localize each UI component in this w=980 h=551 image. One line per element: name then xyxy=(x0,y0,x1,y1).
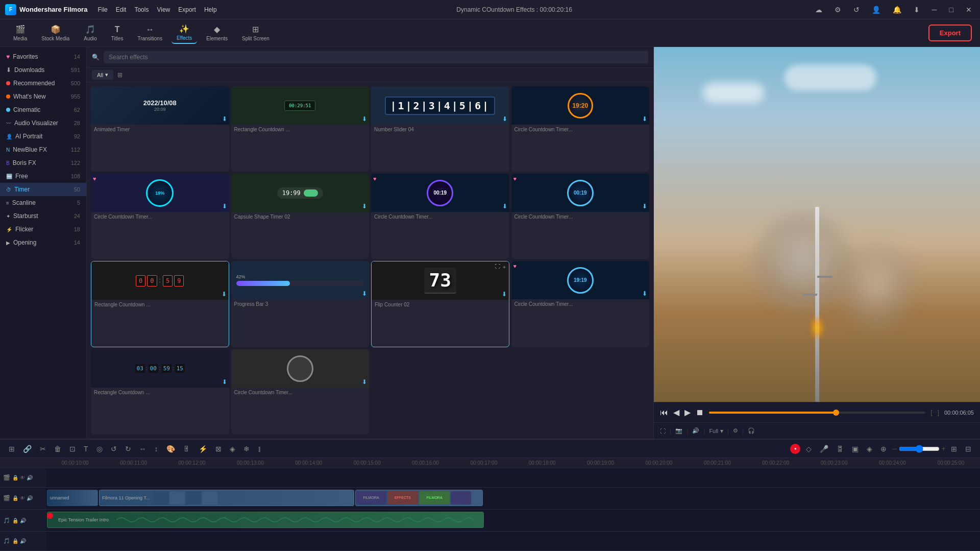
preview-audio-icon[interactable]: 🎧 xyxy=(748,427,755,434)
effect-card-circle-timer2[interactable]: ♥ 19% ⬇ Circle Countdown Timer... xyxy=(91,174,229,259)
tl-fit-button[interactable]: ⊞ xyxy=(948,443,960,454)
effect-card-circle-timer5[interactable]: ♥ 19:19 ⬇ Circle Countdown Timer... xyxy=(511,261,650,347)
menu-file[interactable]: File xyxy=(97,6,107,13)
menu-tools[interactable]: Tools xyxy=(134,6,149,13)
sidebar-item-opening[interactable]: ▶ Opening 14 xyxy=(0,236,86,249)
sidebar-item-whats-new[interactable]: What's New 955 xyxy=(0,90,86,103)
maximize-btn[interactable]: □ xyxy=(946,5,957,15)
tl-motion2-button[interactable]: ▣ xyxy=(849,443,861,454)
tl-render-button[interactable]: ◈ xyxy=(864,443,875,454)
effect-card-flip-counter[interactable]: 73 ⛶ ＋ ⬇ Flip Counter 02 xyxy=(371,261,509,347)
tl-freeze-button[interactable]: ❄ xyxy=(241,443,252,454)
preview-settings-icon[interactable]: ⚙ xyxy=(733,427,738,434)
account-icon[interactable]: 👤 xyxy=(869,5,884,15)
track-a2-lock[interactable]: 🔒 xyxy=(12,538,18,544)
menu-edit[interactable]: Edit xyxy=(116,6,127,13)
export-button[interactable]: Export xyxy=(928,25,972,41)
effect-card-rect-countdown3[interactable]: 03 : 00 : 59 : 15 ⬇ Rectangle Countdown … xyxy=(91,349,229,435)
preview-speaker-icon[interactable]: 🔊 xyxy=(692,427,699,434)
tl-crop-button[interactable]: ⊡ xyxy=(67,443,78,454)
sidebar-item-recommended[interactable]: Recommended 500 xyxy=(0,77,86,90)
tl-keyframe-button[interactable]: ◇ xyxy=(803,443,814,454)
track-v2-lock[interactable]: 🔒 xyxy=(12,475,18,481)
effect-card-rect-countdown1[interactable]: 00:29:51 ⬇ Rectangle Countdown ... xyxy=(231,86,370,172)
toolbar-audio[interactable]: 🎵 Audio xyxy=(79,22,102,43)
refresh-icon[interactable]: ↺ xyxy=(850,5,863,15)
stop-button[interactable]: ⏹ xyxy=(696,408,704,417)
tl-snap-button[interactable]: ⊕ xyxy=(878,443,889,454)
tl-color-button[interactable]: 🎨 xyxy=(164,443,178,454)
menu-help[interactable]: Help xyxy=(204,6,217,13)
sidebar-item-timer[interactable]: ⏱ Timer 50 xyxy=(0,183,86,196)
track-v1-solo[interactable]: 🔊 xyxy=(27,495,33,501)
tl-flip-v-button[interactable]: ↕ xyxy=(152,443,161,454)
tl-delete-button[interactable]: 🗑 xyxy=(52,443,64,454)
zoom-slider[interactable] xyxy=(899,445,940,453)
close-btn[interactable]: ✕ xyxy=(963,5,975,15)
search-input[interactable] xyxy=(104,51,648,63)
track-clip-unnamed[interactable]: unnamed xyxy=(47,490,98,506)
toolbar-titles[interactable]: T Titles xyxy=(106,23,129,43)
effect-card-capsule-timer[interactable]: 19:99 ⬇ Capsule Shape Timer 02 xyxy=(231,174,370,259)
menu-view[interactable]: View xyxy=(157,6,170,13)
filter-all-button[interactable]: All ▾ xyxy=(92,70,113,80)
sidebar-item-starburst[interactable]: ✦ Starburst 24 xyxy=(0,209,86,223)
effect-card-rect-countdown2[interactable]: 0 0 : 5 9 ⬇ Rectangle Countdown ... xyxy=(91,261,229,347)
menu-export[interactable]: Export xyxy=(178,6,196,13)
sidebar-item-scanline[interactable]: ≡ Scanline 5 xyxy=(0,196,86,209)
sidebar-item-ai-portrait[interactable]: 👤 AI Portrait 92 xyxy=(0,130,86,143)
effect-card-progress-bar[interactable]: 42% ⬇ Progress Bar 3 xyxy=(231,261,370,347)
effect-card-animated-timer[interactable]: 2022/10/08 20:09 ⬇ Animated Timer xyxy=(91,86,229,172)
effect-card-circle-timer4[interactable]: ♥ 00:19 ⬇ Circle Countdown Timer... xyxy=(511,174,650,259)
toolbar-elements[interactable]: ◆ Elements xyxy=(201,22,233,43)
sidebar-item-downloads[interactable]: ⬇ Downloads 591 xyxy=(0,63,86,77)
track-v1-mute[interactable]: 👁 xyxy=(20,495,25,501)
sidebar-item-audio-visualizer[interactable]: 〰 Audio Visualizer 28 xyxy=(0,116,86,130)
tl-rotate-right-button[interactable]: ↻ xyxy=(122,443,134,454)
toolbar-split-screen[interactable]: ⊞ Split Screen xyxy=(237,22,275,43)
effect-card-number-slider[interactable]: |1|2|3|4|5|6| ⬇ Number Slider 04 xyxy=(371,86,509,172)
preview-progress-bar[interactable] xyxy=(709,412,925,414)
sidebar-item-favorites[interactable]: ♥ Favorites 14 xyxy=(0,50,86,63)
sidebar-item-free[interactable]: 🆓 Free 108 xyxy=(0,170,86,183)
tl-split-button[interactable]: ⫿ xyxy=(255,443,264,454)
track-clip-audio-epic[interactable]: Epic Tension Trailer Intro xyxy=(47,512,484,528)
sidebar-item-cinematic[interactable]: Cinematic 62 xyxy=(0,103,86,116)
toolbar-stock-media[interactable]: 📦 Stock Media xyxy=(36,22,75,43)
tl-mic-button[interactable]: 🎤 xyxy=(817,443,831,454)
effect-card-circle-timer3[interactable]: ♥ 00:19 ⬇ Circle Countdown Timer... xyxy=(371,174,509,259)
sidebar-item-boris-fx[interactable]: B Boris FX 122 xyxy=(0,156,86,170)
tl-record-button[interactable]: ● xyxy=(790,444,800,454)
settings-icon[interactable]: ⚙ xyxy=(831,5,844,15)
grid-view-icon[interactable]: ⊞ xyxy=(117,71,122,79)
cloud-icon[interactable]: ☁ xyxy=(812,5,825,15)
play-button[interactable]: ▶ xyxy=(684,408,691,417)
download-icon[interactable]: ⬇ xyxy=(911,5,923,15)
tl-audio-mix-button[interactable]: 🎛 xyxy=(834,443,846,454)
sidebar-item-newblue-fx[interactable]: N NewBlue FX 112 xyxy=(0,143,86,156)
sidebar-item-flicker[interactable]: ⚡ Flicker 18 xyxy=(0,223,86,236)
track-a2-mute[interactable]: 🔊 xyxy=(20,538,26,544)
track-v2-mute[interactable]: 👁 xyxy=(20,475,25,481)
track-clip-filmora11[interactable]: Filmora 11 Opening T... xyxy=(99,490,354,506)
track-a1-lock[interactable]: 🔒 xyxy=(12,518,18,523)
tl-add-track-button[interactable]: ⊞ xyxy=(6,443,17,454)
tl-audio-eq-button[interactable]: 🎚 xyxy=(181,443,193,454)
toolbar-media[interactable]: 🎬 Media xyxy=(8,22,32,43)
preview-fullscreen-icon[interactable]: ⛶ xyxy=(660,428,666,434)
effect-card-circle-gray[interactable]: ⬇ Circle Countdown Timer... xyxy=(231,349,370,435)
track-v2-solo[interactable]: 🔊 xyxy=(27,475,33,481)
play-back-button[interactable]: ◀ xyxy=(673,408,679,417)
track-clip-effects[interactable]: FILMORA EFFECTS FILMORA xyxy=(355,490,483,506)
tl-transform-button[interactable]: ⊠ xyxy=(213,443,224,454)
tl-motion-button[interactable]: ◎ xyxy=(94,443,105,454)
track-v1-lock[interactable]: 🔒 xyxy=(12,495,18,501)
toolbar-transitions[interactable]: ↔ Transitions xyxy=(132,23,167,43)
tl-flip-h-button[interactable]: ↔ xyxy=(137,443,149,454)
tl-link-button[interactable]: 🔗 xyxy=(20,443,34,454)
zoom-chevron-icon[interactable]: ▾ xyxy=(720,427,723,435)
tl-stabilize-button[interactable]: ◈ xyxy=(227,443,238,454)
tl-speed-button[interactable]: ⚡ xyxy=(196,443,210,454)
tl-cut-button[interactable]: ✂ xyxy=(37,443,48,454)
tl-text-button[interactable]: T xyxy=(81,443,91,454)
